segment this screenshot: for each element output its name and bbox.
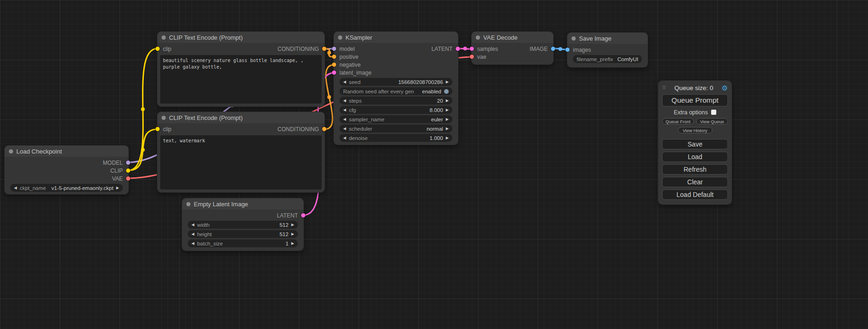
input-port-clip[interactable] [155,47,160,51]
view-queue-button[interactable]: View Queue [696,118,728,125]
arrow-left-icon[interactable]: ◀ [343,108,346,112]
widget-label: Random seed after every gen [343,89,414,94]
toggle-knob-icon[interactable] [444,89,449,94]
negative-prompt-textarea[interactable]: text, watermark [160,135,322,189]
input-label-samples: samples [477,46,498,52]
load-button[interactable]: Load [662,152,728,162]
arrow-left-icon[interactable]: ◀ [14,186,17,190]
load-default-button[interactable]: Load Default [662,189,728,200]
arrow-left-icon[interactable]: ◀ [191,232,194,236]
node-vae-decode-titlebar[interactable]: VAE Decode [472,32,553,43]
queue-front-button[interactable]: Queue Front [662,118,694,125]
output-port-model[interactable] [126,161,130,165]
widget-random-seed-toggle[interactable]: Random seed after every gen enabled [339,87,452,95]
arrow-right-icon[interactable]: ▶ [116,186,119,190]
node-empty-latent-image[interactable]: Empty Latent Image LATENT ◀ width 512 ▶ … [182,198,303,251]
arrow-left-icon[interactable]: ◀ [343,80,346,84]
node-load-checkpoint[interactable]: Load Checkpoint MODEL CLIP VAE ◀ ckpt_na… [5,146,128,194]
collapse-dot-icon[interactable] [572,36,576,41]
widget-label: filename_prefix [577,56,613,62]
widget-ckpt-name[interactable]: ◀ ckpt_name v1-5-pruned-emaonly.ckpt ▶ [10,184,123,192]
input-port-negative[interactable] [332,63,336,67]
node-ksampler-titlebar[interactable]: KSampler [334,32,458,43]
node-empty-latent-titlebar[interactable]: Empty Latent Image [182,198,303,210]
node-clip-positive-titlebar[interactable]: CLIP Text Encode (Prompt) [157,32,325,43]
view-history-button[interactable]: View History [678,127,713,133]
node-save-image-titlebar[interactable]: Save Image [567,33,648,44]
node-clip-negative-titlebar[interactable]: CLIP Text Encode (Prompt) [157,112,325,123]
widget-batch-size[interactable]: ◀ batch_size 1 ▶ [188,239,298,247]
widget-height[interactable]: ◀ height 512 ▶ [188,230,298,238]
input-port-clip[interactable] [155,127,160,131]
output-port-image[interactable] [551,47,555,51]
arrow-right-icon[interactable]: ▶ [291,242,294,245]
arrow-left-icon[interactable]: ◀ [343,99,346,103]
input-label-images: images [573,47,591,53]
input-port-model[interactable] [332,47,336,51]
extra-options-checkbox[interactable] [711,110,716,115]
widget-sampler-name[interactable]: ◀ sampler_name euler ▶ [339,115,452,123]
input-port-samples[interactable] [470,47,474,51]
collapse-dot-icon[interactable] [476,35,480,40]
widget-filename-prefix[interactable]: filename_prefix ComfyUI [573,55,642,63]
clear-button[interactable]: Clear [662,177,728,187]
widget-steps[interactable]: ◀ steps 20 ▶ [339,97,452,105]
widget-cfg[interactable]: ◀ cfg 8.000 ▶ [339,106,452,114]
arrow-right-icon[interactable]: ▶ [446,108,449,112]
widget-seed[interactable]: ◀ seed 156680208700286 ▶ [339,78,452,86]
input-port-images[interactable] [565,48,570,52]
drag-handle-icon[interactable]: ⠿ [662,85,666,91]
arrow-right-icon[interactable]: ▶ [291,232,294,236]
node-graph-canvas[interactable]: Load Checkpoint MODEL CLIP VAE ◀ ckpt_na… [0,0,868,329]
refresh-button[interactable]: Refresh [662,164,728,175]
output-label-conditioning: CONDITIONING [277,46,319,52]
collapse-dot-icon[interactable] [162,35,166,40]
widget-width[interactable]: ◀ width 512 ▶ [188,221,298,229]
arrow-left-icon[interactable]: ◀ [343,136,346,140]
output-port-clip[interactable] [126,168,130,173]
save-button[interactable]: Save [662,139,728,149]
arrow-left-icon[interactable]: ◀ [343,118,346,121]
collapse-dot-icon[interactable] [9,149,13,154]
output-label-image: IMAGE [529,46,548,52]
link-dot-latent-output [463,47,467,50]
queue-prompt-button[interactable]: Queue Prompt [662,94,728,106]
output-port-conditioning[interactable] [322,47,326,51]
output-port-latent[interactable] [301,213,305,217]
queue-size-label: Queue size: 0 [666,84,721,91]
node-clip-text-encode-negative[interactable]: CLIP Text Encode (Prompt) clip CONDITION… [157,112,325,192]
node-ksampler[interactable]: KSampler model LATENT positive negative … [334,32,458,145]
widget-label: width [197,222,210,228]
settings-gear-icon[interactable]: ⚙ [722,84,728,91]
node-clip-text-encode-positive[interactable]: CLIP Text Encode (Prompt) clip CONDITION… [157,32,325,106]
arrow-left-icon[interactable]: ◀ [191,223,194,227]
arrow-right-icon[interactable]: ▶ [291,223,294,227]
output-port-vae[interactable] [126,176,130,181]
node-title: Empty Latent Image [194,201,248,208]
node-load-checkpoint-titlebar[interactable]: Load Checkpoint [5,146,128,157]
output-port-conditioning[interactable] [322,127,326,131]
arrow-left-icon[interactable]: ◀ [343,127,346,131]
arrow-right-icon[interactable]: ▶ [446,136,449,140]
node-vae-decode[interactable]: VAE Decode samples IMAGE vae [472,32,553,64]
collapse-dot-icon[interactable] [338,35,342,40]
collapse-dot-icon[interactable] [186,202,191,206]
widget-label: scheduler [349,126,372,132]
arrow-right-icon[interactable]: ▶ [446,80,449,84]
positive-prompt-textarea[interactable]: beautiful scenery nature glass bottle la… [160,55,322,104]
widget-scheduler[interactable]: ◀ scheduler normal ▶ [339,125,452,133]
widget-value: normal [427,126,443,132]
arrow-right-icon[interactable]: ▶ [446,99,449,103]
input-port-vae[interactable] [470,55,474,59]
link-dot-clip-positive [141,107,145,111]
widget-denoise[interactable]: ◀ denoise 1.000 ▶ [339,134,452,142]
collapse-dot-icon[interactable] [162,116,166,120]
node-save-image[interactable]: Save Image images filename_prefix ComfyU… [567,33,648,67]
arrow-left-icon[interactable]: ◀ [191,242,194,245]
output-label-clip: CLIP [110,168,123,174]
arrow-right-icon[interactable]: ▶ [446,118,449,121]
input-port-latent-image[interactable] [332,70,336,75]
input-port-positive[interactable] [332,55,336,59]
arrow-right-icon[interactable]: ▶ [446,127,449,131]
output-port-latent[interactable] [456,47,460,51]
